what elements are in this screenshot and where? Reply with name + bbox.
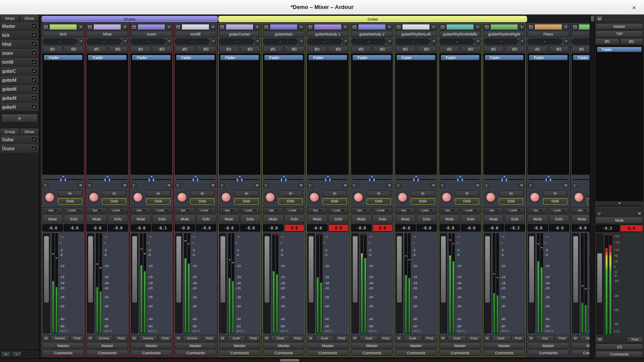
comments-button[interactable]: Comments [175,350,216,356]
group-button[interactable]: Guitr [227,335,246,341]
fader-processor-entry[interactable]: Fader [529,55,568,60]
visibility-checkbox[interactable]: ✓ [32,104,37,110]
meter-bar-left[interactable] [52,233,54,333]
trim-knob[interactable] [211,39,216,45]
gain-fader[interactable] [175,233,182,333]
strip-list-item[interactable]: Master✓ [0,22,39,31]
strip-hide-button[interactable]: × [474,24,481,30]
phase-1-button[interactable]: Ø1 [42,46,63,53]
mute-button[interactable]: Mute [351,214,372,223]
processor-box[interactable]: Fader [131,53,172,175]
trim-display[interactable]: - [219,39,253,45]
strip-list-item[interactable]: guitarM✓ [0,85,39,94]
gain-fader[interactable] [440,233,447,333]
processor-active-led-icon[interactable] [310,56,312,59]
fader-handle[interactable] [308,236,314,303]
pan-track[interactable] [220,179,259,181]
monitor-disk-button[interactable]: Disk [58,198,82,205]
meter-bar-right[interactable] [276,233,278,333]
solo-button[interactable]: Solo [417,214,437,223]
strip-width-button[interactable] [307,24,313,30]
pan-right-marker[interactable] [285,178,287,182]
pan-position-marker[interactable] [150,175,153,178]
mono-button[interactable]: M [219,335,226,341]
meter-bar-right[interactable] [99,233,102,333]
strip-width-button[interactable] [528,24,534,30]
solo-button[interactable]: Solo [328,214,349,223]
solo-lock-button[interactable]: Lock [549,207,569,214]
fader-handle[interactable] [573,236,578,303]
pan-widget[interactable]: L R [219,175,260,187]
gain-fader[interactable] [528,233,535,333]
meter-bar-right[interactable] [364,233,367,333]
visibility-checkbox[interactable]: ✓ [32,42,37,47]
strip-hide-button[interactable]: × [254,24,260,30]
solo-lock-button[interactable]: Lock [373,207,393,214]
processor-box[interactable]: Fader [175,53,216,175]
trim-knob[interactable] [431,39,437,45]
meter-bar-left[interactable] [140,233,143,333]
processor-box[interactable]: Fader [395,53,437,175]
record-arm-button[interactable] [397,192,408,203]
pan-widget[interactable]: L R [263,175,304,187]
pan-track[interactable] [264,179,303,181]
group-button[interactable]: Grp [580,335,590,341]
mute-button[interactable]: Mute [307,214,328,223]
master-level-meter[interactable] [605,234,612,335]
meter-bar-left[interactable] [228,233,231,333]
monitor-input-button[interactable]: In [278,190,303,197]
output-routing-button[interactable]: Master [42,342,84,349]
meter-bar-right[interactable] [232,233,234,333]
solo-button[interactable]: Solo [373,214,393,223]
gain-display[interactable]: -0.0 [528,224,548,231]
phase-2-button[interactable]: Ø2 [284,46,305,53]
add-track-button[interactable]: + [1,114,38,122]
gain-display[interactable]: -0.0 [351,224,372,231]
phase-2-button[interactable]: Ø2 [505,46,525,53]
gain-fader[interactable] [307,233,315,333]
pan-widget[interactable]: L R [484,175,525,187]
solo-isolate-button[interactable]: Iso [86,207,107,214]
master-menu-button[interactable]: ▤ [596,15,603,22]
phase-1-button[interactable]: Ø1 [439,46,460,53]
phase-1-button[interactable]: Ø1 [219,46,239,53]
fader-processor-entry[interactable]: Fader [88,55,127,60]
remove-group-button[interactable]: − [12,351,21,357]
fader-handle[interactable] [441,236,446,303]
meter-bar-right[interactable] [496,233,499,333]
pan-right-marker[interactable] [329,178,331,182]
meter-bar-left[interactable] [537,233,540,333]
group-button[interactable]: Guitr [403,335,422,341]
group-button[interactable]: Drums [51,335,69,341]
trim-display[interactable]: - [572,39,590,45]
mute-button[interactable]: Mute [219,214,239,223]
monitor-input-button[interactable]: In [322,190,347,197]
group-button[interactable]: Guitr [447,335,466,341]
meter-point-button[interactable]: Post [555,335,569,341]
trim-display[interactable]: - [439,39,474,45]
fader-processor-entry[interactable]: Fader [397,55,435,60]
peak-display[interactable]: -0.0 [108,224,128,231]
phase-1-button[interactable]: Ø1 [131,46,151,53]
fader-handle[interactable] [397,236,402,303]
fader-processor-entry[interactable]: Fader [308,55,347,60]
strip-color-bar[interactable] [490,24,518,30]
output-routing-button[interactable]: Master [219,342,260,349]
master-processor-box[interactable]: Fader [596,45,643,201]
meter-bar-right[interactable] [320,233,322,333]
mono-button[interactable]: M [263,335,270,341]
record-arm-button[interactable] [573,192,584,203]
phase-1-button[interactable]: Ø1 [86,46,107,53]
visibility-checkbox[interactable]: ✓ [32,24,37,29]
pan-track[interactable] [352,179,391,181]
fader-handle[interactable] [529,236,534,303]
meter-bar-left[interactable] [361,233,363,333]
phase-2-button[interactable]: Ø2 [108,46,128,53]
gain-fader[interactable] [131,233,138,333]
mono-button[interactable]: M [131,335,138,341]
fader-processor-entry[interactable]: Fader [441,55,480,60]
gain-display[interactable]: -0.0 [439,224,460,231]
processor-active-led-icon[interactable] [398,56,400,59]
gain-display[interactable]: -0.0 [86,224,107,231]
monitor-disk-button[interactable]: Disk [499,198,523,205]
